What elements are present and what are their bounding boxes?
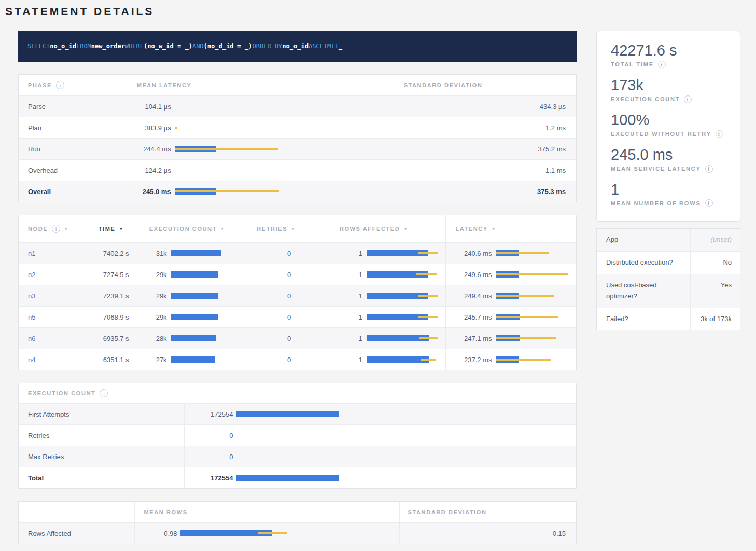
stdev-bar (416, 273, 437, 276)
mean-bar (171, 314, 218, 320)
rows-affected-cell: 1 (331, 328, 446, 349)
node-link[interactable]: n5 (28, 313, 35, 321)
sort-arrow-icon: ▼ (403, 227, 408, 231)
table-row: n17402.2 s31k01240.6 ms (19, 242, 576, 264)
property-row: Failed?3k of 173k (597, 308, 740, 330)
mean-bar (236, 475, 339, 481)
info-icon[interactable]: i (100, 389, 108, 397)
property-row: Distributed execution?No (597, 251, 740, 274)
time-value: 6351.1 s (103, 356, 129, 364)
info-icon[interactable]: i (658, 61, 666, 68)
mean-rows-cell: 0.98 (134, 523, 399, 544)
info-icon[interactable]: i (52, 225, 60, 233)
mean-latency-value: 124.2 µs (125, 167, 171, 174)
execution-count-value: 29k (149, 313, 167, 321)
retries-cell: 0 (247, 264, 331, 285)
mean-latency-value: 383.9 µs (125, 124, 171, 132)
column-header-empty (19, 502, 134, 522)
node-link[interactable]: n2 (28, 271, 35, 279)
rows-affected-cell: 1 (331, 264, 446, 285)
column-header-rows-affected[interactable]: ROWS AFFECTED▼ (331, 215, 446, 242)
column-header-node[interactable]: NODEi▼ (19, 215, 89, 242)
label-cell: Retries (19, 425, 184, 446)
rows-affected-cell: 1 (331, 349, 446, 370)
table-row: n57068.9 s29k01245.7 ms (19, 306, 576, 327)
stdev-cell: 1.2 ms (396, 117, 576, 138)
execution-count-cell: 27k (141, 349, 247, 370)
retries-value: 0 (287, 271, 291, 279)
node-cell: n4 (19, 349, 89, 370)
info-icon[interactable]: i (705, 199, 713, 207)
bar-chart (171, 271, 247, 278)
stdev-value: 1.1 ms (545, 167, 566, 174)
bar-chart (175, 188, 396, 195)
sql-keyword: LIMIT (320, 43, 339, 50)
column-header-mean-latency[interactable]: MEAN LATENCY (125, 75, 396, 95)
stdev-bar (419, 337, 438, 339)
column-header-standard-deviation[interactable]: STANDARD DEVIATION (396, 75, 576, 95)
table-row: Parse104.1 µs434.3 µs (19, 95, 576, 117)
column-header-label: EXECUTION COUNT (149, 226, 217, 232)
retries-value: 0 (287, 292, 291, 300)
column-header-label: ROWS AFFECTED (340, 226, 400, 232)
label-cell: Total (19, 467, 184, 488)
column-header-phase[interactable]: PHASEi (19, 75, 125, 95)
column-header-execution-count[interactable]: EXECUTION COUNT▼ (141, 215, 247, 242)
node-cell: n3 (19, 285, 89, 306)
info-icon[interactable]: i (716, 130, 723, 138)
info-icon[interactable]: i (56, 81, 64, 89)
node-cell: n6 (19, 328, 89, 349)
table-header-row: EXECUTION COUNTi (19, 383, 576, 403)
retries-value: 0 (287, 335, 291, 342)
table-row: n27274.5 s29k01249.6 ms (19, 264, 576, 285)
rows-affected-table: MEAN ROWSSTANDARD DEVIATIONRows Affected… (18, 501, 577, 544)
node-link[interactable]: n6 (28, 335, 35, 342)
column-header-time[interactable]: TIME▼ (89, 215, 141, 242)
phase-cell: Parse (19, 96, 125, 117)
stat-label-text: MEAN NUMBER OF ROWS (611, 200, 701, 206)
mean-latency-value: 104.1 µs (125, 103, 171, 111)
column-header-label: RETRIES (257, 226, 287, 232)
bar-chart (175, 124, 396, 131)
info-icon[interactable]: i (684, 95, 692, 103)
latency-value: 245.7 ms (455, 313, 492, 321)
count-value: 0 (185, 453, 233, 461)
bar-chart (496, 335, 576, 342)
time-cell: 7274.5 s (89, 264, 141, 285)
latency-cell: 249.6 ms (445, 264, 576, 285)
layout: SELECT no_o_id FROM new_order WHERE (no_… (18, 31, 756, 544)
latency-value: 247.1 ms (455, 335, 492, 342)
column-header-latency[interactable]: LATENCY▼ (445, 215, 576, 242)
node-link[interactable]: n3 (28, 292, 35, 300)
column-header-mean-rows: MEAN ROWS (134, 502, 399, 522)
latency-value: 249.4 ms (455, 292, 492, 300)
column-header-retries[interactable]: RETRIES▼ (247, 215, 331, 242)
row-label: Retries (28, 432, 49, 439)
time-value: 6935.7 s (103, 335, 129, 342)
node-stats-table: NODEi▼TIME▼EXECUTION COUNT▼RETRIES▼ROWS … (18, 215, 577, 370)
table-row: First Attempts172554 (19, 403, 576, 424)
mean-latency-cell: 104.1 µs (125, 96, 396, 117)
summary-stat: 42271.6 sTOTAL TIMEi (611, 43, 730, 68)
table-row: Retries0 (19, 424, 576, 446)
latency-cell: 247.1 ms (445, 328, 576, 349)
mean-bar (171, 335, 216, 341)
sql-keyword: ORDER BY (253, 43, 283, 50)
phase-label: Overall (28, 188, 51, 196)
main-column: SELECT no_o_id FROM new_order WHERE (no_… (18, 31, 577, 544)
node-link[interactable]: n4 (28, 356, 35, 364)
summary-stat: 100%EXECUTED WITHOUT RETRYi (611, 112, 730, 138)
bar-chart (236, 410, 576, 418)
latency-cell: 249.4 ms (445, 285, 576, 306)
count-cell: 0 (184, 425, 576, 446)
node-link[interactable]: n1 (28, 250, 35, 257)
info-icon[interactable]: i (705, 165, 713, 173)
table-row: n37239.1 s29k01249.4 ms (19, 285, 576, 306)
page-title: STATEMENT DETAILS (0, 0, 756, 18)
sql-statement: SELECT no_o_id FROM new_order WHERE (no_… (18, 31, 577, 62)
bar-chart (175, 167, 396, 174)
bar-chart (171, 292, 247, 299)
sort-arrow-icon: ▼ (64, 227, 68, 231)
rows-affected-value: 1 (340, 335, 362, 342)
retries-cell: 0 (247, 328, 331, 349)
